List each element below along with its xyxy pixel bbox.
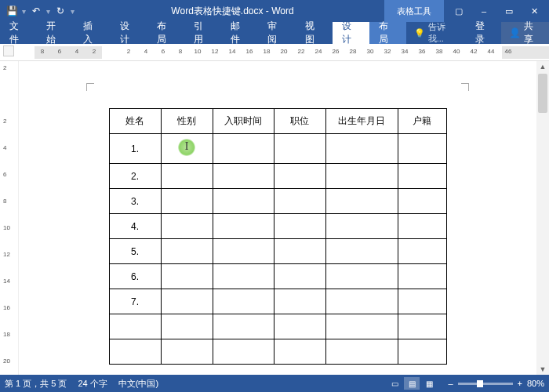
table-cell[interactable]: [398, 264, 446, 289]
table-cell[interactable]: [325, 134, 398, 164]
table-row[interactable]: 4.: [109, 214, 446, 239]
table-cell[interactable]: [325, 164, 398, 189]
tab-layout[interactable]: 布局: [147, 22, 184, 44]
table-cell[interactable]: [161, 264, 213, 289]
table-row[interactable]: 7.: [109, 289, 446, 314]
language-status[interactable]: 中文(中国): [118, 378, 158, 390]
tab-references[interactable]: 引用: [184, 22, 221, 44]
undo-icon[interactable]: ↶: [31, 5, 42, 16]
zoom-out-button[interactable]: –: [448, 379, 453, 388]
vertical-ruler[interactable]: 22468101214161820: [0, 61, 19, 375]
scroll-track[interactable]: [537, 72, 548, 364]
table-cell[interactable]: [161, 189, 213, 214]
table-cell[interactable]: [161, 314, 213, 339]
tab-mailings[interactable]: 邮件: [221, 22, 258, 44]
ribbon-display-options-icon[interactable]: ▢: [447, 2, 471, 20]
table-cell[interactable]: [398, 339, 446, 365]
table-cell[interactable]: [398, 134, 446, 164]
table-row[interactable]: 2.: [109, 164, 446, 189]
share-button[interactable]: 👤 共享: [501, 22, 549, 44]
table-cell[interactable]: [398, 289, 446, 314]
table-cell[interactable]: [274, 239, 325, 264]
table-cell[interactable]: [398, 214, 446, 239]
table-cell[interactable]: [161, 339, 213, 365]
tab-design[interactable]: 设计: [111, 22, 147, 44]
table-cell[interactable]: [161, 239, 213, 264]
table-cell[interactable]: [398, 164, 446, 189]
web-layout-icon[interactable]: ▦: [421, 377, 437, 390]
table-row[interactable]: [109, 339, 446, 365]
table-cell[interactable]: [161, 134, 213, 164]
close-button[interactable]: ✕: [522, 2, 546, 20]
qat-dropdown-icon[interactable]: ▾: [22, 7, 26, 16]
table-cell[interactable]: [274, 134, 325, 164]
table-cell[interactable]: 4.: [109, 214, 161, 239]
table-cell[interactable]: [325, 189, 398, 214]
tab-view[interactable]: 视图: [296, 22, 333, 44]
table-row[interactable]: 3.: [109, 189, 446, 214]
table-cell[interactable]: [274, 189, 325, 214]
table-header-cell[interactable]: 入职时间: [213, 109, 274, 134]
table-cell[interactable]: 5.: [109, 239, 161, 264]
table-header-cell[interactable]: 性别: [161, 109, 213, 134]
document-table[interactable]: 姓名性别入职时间职位出生年月日户籍1.2.3.4.5.6.7.: [109, 108, 447, 365]
table-cell[interactable]: [161, 164, 213, 189]
table-cell[interactable]: [213, 214, 274, 239]
tab-review[interactable]: 审阅: [258, 22, 295, 44]
table-row[interactable]: 1.: [109, 134, 446, 164]
table-cell[interactable]: [213, 239, 274, 264]
tell-me-search[interactable]: 💡 告诉我...: [406, 22, 467, 44]
horizontal-ruler[interactable]: 8642246810121416182022242628303234363840…: [0, 44, 549, 61]
scroll-thumb[interactable]: [538, 74, 547, 113]
table-cell[interactable]: [274, 214, 325, 239]
zoom-slider-knob[interactable]: [477, 380, 483, 387]
table-cell[interactable]: [109, 339, 161, 365]
qat-customize-icon[interactable]: ▾: [71, 7, 75, 16]
table-cell[interactable]: [274, 339, 325, 365]
table-cell[interactable]: [274, 264, 325, 289]
table-header-cell[interactable]: 户籍: [398, 109, 446, 134]
table-cell[interactable]: [325, 314, 398, 339]
table-row[interactable]: 5.: [109, 239, 446, 264]
scroll-down-icon[interactable]: ▼: [537, 364, 548, 375]
tab-selector[interactable]: [3, 45, 14, 56]
redo-icon[interactable]: ↻: [55, 5, 66, 16]
tab-insert[interactable]: 插入: [74, 22, 111, 44]
table-cell[interactable]: [213, 189, 274, 214]
minimize-button[interactable]: –: [472, 2, 496, 20]
table-cell[interactable]: [325, 289, 398, 314]
table-cell[interactable]: [161, 214, 213, 239]
table-header-cell[interactable]: 姓名: [109, 109, 161, 134]
scroll-up-icon[interactable]: ▲: [537, 61, 548, 72]
table-cell[interactable]: [109, 314, 161, 339]
table-cell[interactable]: 3.: [109, 189, 161, 214]
save-icon[interactable]: 💾: [6, 5, 17, 16]
table-cell[interactable]: [213, 314, 274, 339]
table-cell[interactable]: [213, 264, 274, 289]
page-canvas[interactable]: 姓名性别入职时间职位出生年月日户籍1.2.3.4.5.6.7.: [19, 61, 536, 375]
table-cell[interactable]: [325, 264, 398, 289]
print-layout-icon[interactable]: ▤: [404, 377, 420, 390]
table-cell[interactable]: [213, 289, 274, 314]
zoom-percent[interactable]: 80%: [527, 379, 544, 388]
table-cell[interactable]: 1.: [109, 134, 161, 164]
table-header-cell[interactable]: 出生年月日: [325, 109, 398, 134]
page-info[interactable]: 第 1 页，共 5 页: [5, 378, 67, 390]
login-button[interactable]: 登录: [467, 22, 501, 44]
word-count[interactable]: 24 个字: [78, 378, 107, 390]
table-cell[interactable]: [398, 189, 446, 214]
table-row[interactable]: 6.: [109, 264, 446, 289]
tab-table-layout[interactable]: 布局: [369, 22, 406, 44]
table-cell[interactable]: [274, 164, 325, 189]
table-cell[interactable]: 7.: [109, 289, 161, 314]
maximize-button[interactable]: ▭: [497, 2, 521, 20]
table-cell[interactable]: 6.: [109, 264, 161, 289]
table-row[interactable]: [109, 314, 446, 339]
table-cell[interactable]: [161, 289, 213, 314]
table-cell[interactable]: [274, 314, 325, 339]
table-cell[interactable]: [325, 339, 398, 365]
table-cell[interactable]: [325, 239, 398, 264]
tab-file[interactable]: 文件: [0, 22, 37, 44]
read-mode-icon[interactable]: ▭: [387, 377, 402, 390]
vertical-scrollbar[interactable]: ▲ ▼: [536, 61, 549, 375]
